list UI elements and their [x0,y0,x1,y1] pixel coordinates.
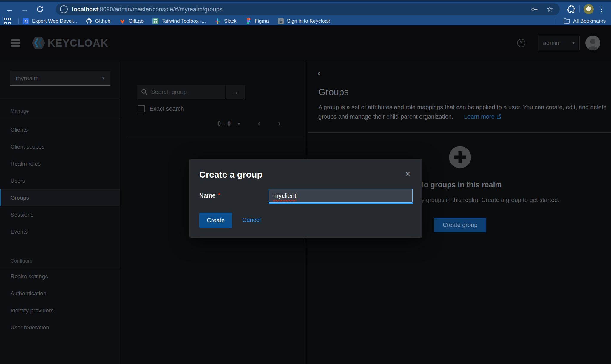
chevron-down-icon: ▾ [572,40,575,46]
name-field-value: myclient [273,192,296,199]
url-text[interactable]: localhost:8080/admin/master/console/#/my… [72,6,223,13]
text-cursor [297,192,297,199]
bookmark-label: Expert Web Devel... [32,18,77,24]
bookmark-label: Tailwind Toolbox -... [162,18,206,24]
groups-description-text: A group is a set of attributes and role … [318,104,607,120]
all-bookmarks-separator [556,18,556,24]
sidebar-item-identity-providers[interactable]: Identity providers [0,302,120,319]
reload-icon[interactable] [35,4,45,15]
sidebar-item-realm-roles[interactable]: Realm roles [0,155,120,172]
manage-nav-list: Clients Client scopes Realm roles Users … [0,121,120,240]
expert-web-favicon: [1] [23,18,29,24]
chevron-down-icon: ▾ [102,75,104,81]
create-button[interactable]: Create [199,213,232,228]
pagination-range[interactable]: 0 - 0 [217,120,231,127]
bookmark-label: Sign in to Keycloak [287,18,330,24]
bookmark-figma[interactable]: Figma [246,18,269,24]
forward-icon[interactable]: → [19,4,30,15]
learn-more-label: Learn more [464,113,495,120]
sidebar-item-clients[interactable]: Clients [0,121,120,138]
gitlab-favicon [119,18,125,24]
bookmark-gitlab[interactable]: GitLab [119,18,144,24]
pagination-prev-icon[interactable]: ‹ [258,119,260,128]
figma-favicon [246,18,252,24]
nav-toggle-hamburger-icon[interactable] [11,39,20,47]
bookmark-tailwind-toolbox[interactable]: Tailwind Toolbox -... [152,18,206,24]
search-submit-button[interactable]: → [226,85,245,99]
github-favicon [86,18,92,24]
name-field[interactable]: myclient [269,189,413,203]
bookmark-slack[interactable]: Slack [215,18,237,24]
help-icon[interactable]: ? [517,39,525,47]
password-key-icon[interactable] [530,5,539,13]
keycloak-favicon [278,18,284,24]
required-asterisk: * [218,192,220,198]
sidebar-item-user-federation[interactable]: User federation [0,319,120,336]
exact-search-checkbox[interactable] [138,105,145,112]
url-path: :8080/admin/master/console/#/myrealm/gro… [98,6,223,13]
bookmark-keycloak[interactable]: Sign in to Keycloak [278,18,330,24]
sidebar-item-sessions[interactable]: Sessions [0,206,120,223]
bookmark-expert-web[interactable]: [1] Expert Web Devel... [23,18,77,24]
folder-icon [564,18,570,24]
user-dropdown[interactable]: admin ▾ [538,36,580,50]
external-link-icon [496,114,502,119]
sidebar-item-authentication[interactable]: Authentication [0,285,120,302]
pagination-next-icon[interactable]: › [278,119,281,128]
username: admin [543,40,559,47]
tailwind-toolbox-favicon [152,18,158,24]
sidebar-divider [0,119,120,119]
plus-circle-icon [449,146,471,168]
sidebar-divider [0,99,120,99]
create-group-button[interactable]: Create group [434,218,486,232]
bookmark-star-icon[interactable]: ☆ [546,5,553,13]
sidebar-item-events[interactable]: Events [0,223,120,240]
masthead-right: ? admin ▾ [517,36,611,50]
search-icon [141,88,148,95]
extensions-icon[interactable] [567,5,576,14]
bookmark-github[interactable]: GIthub [86,18,110,24]
browser-menu-icon[interactable]: ⋮ [598,5,605,13]
keycloak-masthead: KEYCLOAK ? admin ▾ [0,25,611,61]
search-row: Search group → [137,85,245,99]
bookmarks-bar: [1] Expert Web Devel... GIthub GitLab T [0,17,611,25]
configure-section-label: Configure [10,258,33,264]
collapse-panel-icon[interactable]: ‹ [317,68,320,78]
apps-grid-icon[interactable] [4,18,11,24]
search-placeholder: Search group [151,89,187,95]
pagination-dropdown-icon[interactable]: ▾ [238,121,240,127]
sidebar-item-groups[interactable]: Groups [0,189,120,206]
manage-section-label: Manage [10,108,29,114]
realm-selector[interactable]: myrealm ▾ [10,71,110,86]
cancel-button[interactable]: Cancel [242,217,261,223]
bookmark-label: Figma [255,18,269,24]
bookmark-label: GIthub [95,18,110,24]
keycloak-logo-icon [31,36,46,50]
sidebar-item-users[interactable]: Users [0,172,120,189]
sidebar-item-realm-settings[interactable]: Realm settings [0,268,120,285]
bookmarks-separator [18,18,19,24]
groups-description: A group is a set of attributes and role … [318,102,611,121]
back-icon[interactable]: ← [4,4,15,15]
keycloak-brand: KEYCLOAK [31,36,108,50]
browser-toolbar: ← → i localhost:8080/admin/master/consol… [0,2,611,17]
name-label-text: Name [199,192,215,199]
learn-more-link[interactable]: Learn more [464,113,502,120]
bookmark-label: GitLab [129,18,144,24]
close-icon[interactable]: × [405,169,410,178]
browser-profile-avatar[interactable] [584,4,594,14]
browser-chrome: ← → i localhost:8080/admin/master/consol… [0,0,611,25]
site-info-icon[interactable]: i [60,5,68,13]
sidebar-item-client-scopes[interactable]: Client scopes [0,138,120,155]
search-input[interactable]: Search group [137,85,225,99]
page-title: Groups [318,87,349,98]
toolbar-separator [579,5,580,13]
avatar[interactable] [585,36,600,50]
realm-name: myrealm [16,75,39,82]
all-bookmarks-label: All Bookmarks [573,18,606,24]
create-group-modal: Create a group × Name* myclient Create C… [189,159,422,238]
exact-search-label: Exact search [149,105,184,112]
all-bookmarks[interactable]: All Bookmarks [564,18,606,24]
url-bar[interactable]: i localhost:8080/admin/master/console/#/… [56,3,560,15]
panel-divider [308,132,611,133]
